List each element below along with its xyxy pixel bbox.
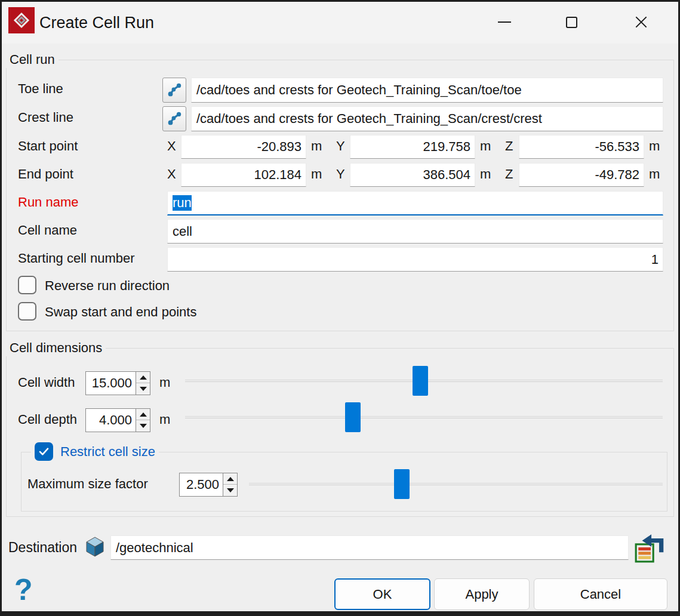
end-y-input[interactable]: 386.504 <box>350 163 475 187</box>
axis-x-label: X <box>167 138 176 154</box>
arrow-down-icon <box>140 424 147 428</box>
starting-cell-number-label: Starting cell number <box>18 251 135 266</box>
axis-z-label: Z <box>505 167 513 182</box>
cell-width-input[interactable]: 15.000 <box>85 371 136 395</box>
slider-track[interactable] <box>185 416 663 418</box>
unit-label: m <box>480 167 491 182</box>
axis-z-label: Z <box>505 138 513 154</box>
restrict-cell-size-checkbox[interactable] <box>35 442 53 461</box>
titlebar: Create Cell Run <box>2 2 678 44</box>
arrow-down-icon <box>140 387 147 391</box>
run-name-label: Run name <box>18 195 79 210</box>
reverse-run-direction-label[interactable]: Reverse run direction <box>45 278 170 294</box>
close-icon <box>633 14 649 30</box>
toe-line-label: Toe line <box>18 81 63 97</box>
crest-line-label: Crest line <box>18 110 73 125</box>
maximum-size-factor-label: Maximum size factor <box>27 476 148 492</box>
app-icon <box>8 7 35 33</box>
help-icon[interactable]: ? <box>14 574 33 606</box>
restrict-cell-size-label[interactable]: Restrict cell size <box>60 443 155 460</box>
selected-text: run <box>173 195 192 211</box>
toe-line-picker-button[interactable] <box>162 78 186 103</box>
cell-width-spinner <box>136 371 150 395</box>
cell-depth-input[interactable]: 4.000 <box>85 408 136 432</box>
cell-width-slider[interactable] <box>185 366 663 396</box>
swap-start-end-label[interactable]: Swap start and end points <box>45 304 196 320</box>
ok-button[interactable]: OK <box>334 578 430 610</box>
polyline-icon <box>166 110 183 127</box>
start-y-input[interactable]: 219.758 <box>350 135 475 159</box>
slider-handle[interactable] <box>413 366 428 396</box>
arrow-up-icon <box>227 477 234 481</box>
spin-down-button[interactable] <box>223 485 237 496</box>
close-button[interactable] <box>627 8 655 36</box>
cube-icon <box>85 536 105 560</box>
spin-up-button[interactable] <box>136 409 150 420</box>
axis-y-label: Y <box>336 138 345 154</box>
slider-handle[interactable] <box>345 402 361 432</box>
unit-label: m <box>159 412 170 427</box>
checkmark-icon <box>36 443 52 460</box>
create-cell-run-dialog: Create Cell Run Cell run Toe line /cad/t… <box>0 0 680 616</box>
container-arrow-icon <box>634 530 666 563</box>
arrow-down-icon <box>227 488 234 492</box>
run-name-input[interactable]: run <box>167 191 663 215</box>
reverse-run-direction-checkbox[interactable] <box>18 276 36 294</box>
crest-line-input[interactable]: /cad/toes and crests for Geotech_Trainin… <box>191 106 663 131</box>
end-x-input[interactable]: 102.184 <box>181 163 306 187</box>
cell-dimensions-group-label: Cell dimensions <box>6 340 106 356</box>
unit-label: m <box>159 375 170 390</box>
starting-cell-number-input[interactable]: 1 <box>167 247 663 272</box>
restrict-cell-size-title: Restrict cell size <box>31 442 159 461</box>
cell-depth-spinner <box>136 408 150 432</box>
toe-line-input[interactable]: /cad/toes and crests for Geotech_Trainin… <box>191 78 663 103</box>
maximize-button[interactable] <box>558 8 585 36</box>
apply-button[interactable]: Apply <box>434 578 530 610</box>
start-z-input[interactable]: -56.533 <box>519 135 644 159</box>
minimize-icon <box>498 21 511 23</box>
cancel-button[interactable]: Cancel <box>534 578 667 610</box>
maximum-size-factor-spinner <box>223 473 238 497</box>
cell-name-input[interactable]: cell <box>167 219 663 244</box>
unit-label: m <box>649 138 660 154</box>
spin-down-button[interactable] <box>136 420 150 432</box>
swap-start-end-checkbox[interactable] <box>18 302 36 321</box>
cell-width-label: Cell width <box>18 375 75 390</box>
unit-label: m <box>480 138 491 154</box>
crest-line-picker-button[interactable] <box>162 106 186 131</box>
maximum-size-factor-input[interactable]: 2.500 <box>179 473 223 497</box>
destination-input[interactable]: /geotechnical <box>110 535 629 560</box>
cell-run-group-label: Cell run <box>6 51 59 68</box>
maximize-icon <box>566 17 577 28</box>
destination-label: Destination <box>8 540 77 555</box>
arrow-up-icon <box>140 375 147 380</box>
spin-down-button[interactable] <box>136 383 150 395</box>
maximum-size-factor-slider[interactable] <box>249 469 663 499</box>
unit-label: m <box>311 138 322 154</box>
arrow-up-icon <box>140 412 147 417</box>
cell-depth-slider[interactable] <box>185 402 663 432</box>
end-point-label: End point <box>18 167 73 182</box>
cell-depth-label: Cell depth <box>18 412 77 427</box>
axis-x-label: X <box>167 167 176 182</box>
window-title: Create Cell Run <box>39 2 154 44</box>
cell-name-label: Cell name <box>18 223 77 238</box>
destination-container-button[interactable] <box>634 530 666 566</box>
slider-track[interactable] <box>249 483 663 485</box>
unit-label: m <box>649 167 660 182</box>
minimize-button[interactable] <box>491 8 518 36</box>
unit-label: m <box>311 167 322 182</box>
slider-handle[interactable] <box>394 469 410 499</box>
start-x-input[interactable]: -20.893 <box>181 135 306 159</box>
axis-y-label: Y <box>336 167 345 182</box>
spin-up-button[interactable] <box>223 473 237 485</box>
end-z-input[interactable]: -49.782 <box>519 163 644 187</box>
polyline-icon <box>166 82 183 98</box>
start-point-label: Start point <box>18 138 78 154</box>
spin-up-button[interactable] <box>136 372 150 383</box>
